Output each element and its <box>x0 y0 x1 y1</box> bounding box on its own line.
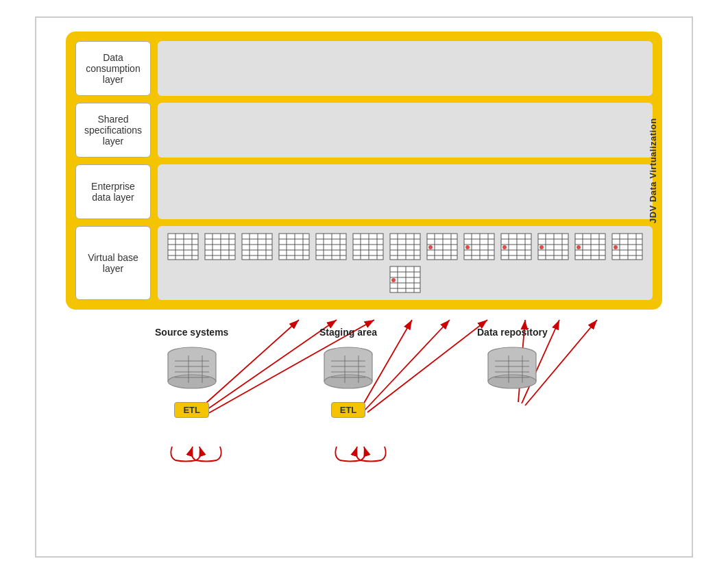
table-icon-13 <box>611 233 643 260</box>
table-icon-11 <box>537 233 569 260</box>
table-icon-4 <box>278 233 310 260</box>
layer-label-consumption: Dataconsumptionlayer <box>75 41 151 96</box>
etl-badge-source: ETL <box>174 402 209 418</box>
layer-row-virtual-base: Virtual baselayer <box>75 226 653 300</box>
data-repository-label: Data repository <box>477 327 548 338</box>
svg-point-109 <box>614 245 618 249</box>
svg-point-100 <box>577 245 581 249</box>
table-icon-2 <box>204 233 236 260</box>
table-icon-5 <box>315 233 347 260</box>
svg-point-118 <box>391 278 396 282</box>
layer-row-shared-specs: Sharedspecificationslayer <box>75 103 653 158</box>
data-repository-group: Data repository <box>477 327 548 397</box>
staging-area-label: Staging area <box>319 327 377 338</box>
layer-label-shared-specs: Sharedspecificationslayer <box>75 103 151 158</box>
table-icon-9 <box>463 233 495 260</box>
layer-label-enterprise: Enterprisedata layer <box>75 164 151 219</box>
svg-line-125 <box>367 320 487 412</box>
table-icon-1 <box>167 233 199 260</box>
table-icon-6 <box>352 233 384 260</box>
main-container: JDV Data Virtualization Dataconsumptionl… <box>35 16 693 558</box>
layer-content-virtual-base <box>158 226 653 300</box>
data-repository-db-icon <box>485 342 539 397</box>
svg-point-64 <box>428 245 433 249</box>
layer-row-enterprise: Enterprisedata layer <box>75 164 653 219</box>
jdv-label: JDV Data Virtualization <box>642 32 664 310</box>
jdv-outer-box: JDV Data Virtualization Dataconsumptionl… <box>66 32 662 310</box>
staging-area-group: Staging area ETL <box>319 327 377 418</box>
source-systems-group: Source systems <box>155 327 228 418</box>
source-systems-db-icon <box>165 342 219 397</box>
table-icon-8 <box>426 233 458 260</box>
staging-area-db-icon <box>321 342 376 397</box>
layer-content-enterprise <box>158 164 653 219</box>
layer-content-consumption <box>158 41 653 96</box>
svg-point-91 <box>539 245 544 249</box>
tables-grid <box>165 233 646 293</box>
source-systems-label: Source systems <box>155 327 228 338</box>
svg-point-155 <box>488 375 536 388</box>
svg-point-82 <box>502 245 507 249</box>
layer-content-shared-specs <box>158 103 653 158</box>
svg-point-144 <box>324 375 372 388</box>
table-icon-3 <box>241 233 273 260</box>
svg-point-73 <box>465 245 470 249</box>
layer-label-virtual-base: Virtual baselayer <box>75 226 151 300</box>
table-icon-7 <box>389 233 421 260</box>
table-icon-10 <box>500 233 532 260</box>
etl-badge-staging: ETL <box>331 402 366 418</box>
svg-point-133 <box>168 375 216 388</box>
table-icon-14 <box>389 266 421 293</box>
layer-row-consumption: Dataconsumptionlayer <box>75 41 653 96</box>
table-icon-12 <box>574 233 606 260</box>
